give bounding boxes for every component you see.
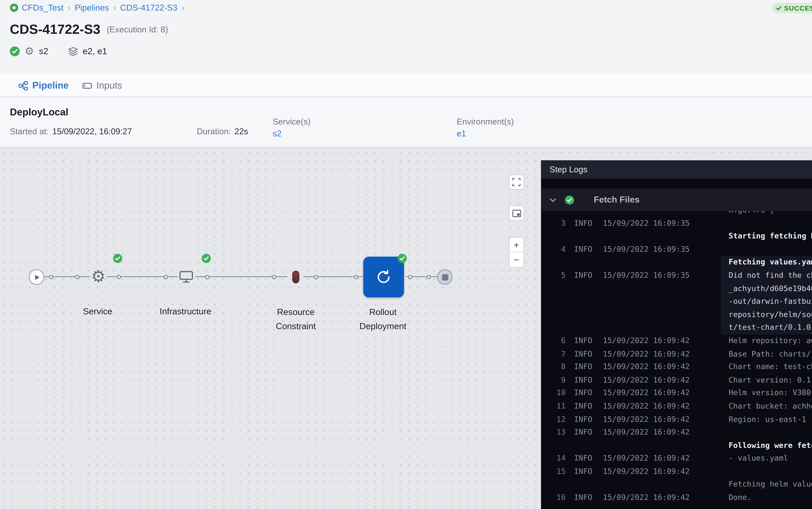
start-node[interactable] — [29, 269, 44, 285]
log-line[interactable]: 7INFO15/09/2022 16:09:42Base Path: chart… — [541, 348, 812, 361]
end-node[interactable] — [437, 269, 452, 285]
log-message: t/test-chart/0.1.0 — [729, 321, 811, 335]
log-line[interactable]: -out/darwin-fastbuild/bin/260-delegate/e… — [541, 296, 812, 308]
log-section-header[interactable]: Fetch Files 9s — [541, 189, 812, 211]
log-lvl: INFO — [574, 452, 603, 465]
log-line[interactable]: _achyuth/d605e19b46448ceaacb01fb4c19633a… — [541, 282, 812, 295]
log-lvl — [574, 296, 603, 308]
log-ln: 10 — [547, 387, 566, 400]
log-line[interactable]: 6INFO15/09/2022 16:09:42Helm repository:… — [541, 335, 812, 348]
log-ln — [547, 230, 566, 243]
log-line[interactable]: 10INFO15/09/2022 16:09:42Helm version: V… — [541, 387, 812, 400]
log-body: m.go:476 ]3INFO15/09/2022 16:09:35Starti… — [541, 211, 812, 509]
environments-icon — [68, 46, 78, 57]
log-message: Base Path: charts/ — [729, 348, 811, 361]
log-lvl: INFO — [574, 466, 603, 478]
connector-dot — [408, 275, 412, 279]
log-ln — [547, 282, 566, 295]
log-ts: 15/09/2022 16:09:42 — [603, 426, 690, 439]
environment-link[interactable]: e1 — [457, 129, 466, 139]
execution-page: CFDs_Test › Pipelines › CDS-41722-S3 › S… — [0, 0, 812, 509]
log-line[interactable]: t/test-chart/0.1.0 — [541, 321, 812, 335]
log-message: -out/darwin-fastbuild/bin/260-delegate/e… — [729, 296, 812, 308]
pipeline-success-icon — [10, 46, 20, 57]
log-ln: 5 — [547, 269, 566, 282]
breadcrumb-separator: › — [67, 3, 71, 13]
tab-pipeline-label: Pipeline — [32, 80, 69, 91]
rollout-icon — [375, 269, 392, 285]
service-link[interactable]: s2 — [273, 129, 282, 139]
breadcrumb-pipelines[interactable]: Pipelines — [75, 3, 109, 13]
log-lvl — [574, 211, 603, 217]
log-line[interactable]: 16INFO15/09/2022 16:09:42Done. — [541, 491, 812, 504]
log-ts — [603, 282, 690, 295]
log-message: Done. — [729, 491, 751, 504]
log-line[interactable]: 13INFO15/09/2022 16:09:42 — [541, 426, 812, 439]
status-badge: SUCCESS — [772, 3, 812, 13]
log-line[interactable]: Starting fetching Helm values — [541, 230, 812, 243]
log-ts — [603, 211, 690, 217]
log-ts: 15/09/2022 16:09:42 — [603, 400, 690, 413]
execution-id: (Execution Id: 8) — [107, 25, 168, 34]
log-line[interactable]: 12INFO15/09/2022 16:09:42Region: us-east… — [541, 413, 812, 426]
zoom-out-button[interactable]: − — [510, 252, 524, 267]
chevron-down-icon[interactable] — [549, 197, 556, 202]
tab-pipeline[interactable]: Pipeline — [18, 74, 69, 97]
log-line[interactable]: Fetching values.yaml from helm chart rep… — [541, 256, 812, 269]
log-ln: 13 — [547, 426, 566, 439]
log-ln — [547, 321, 566, 335]
breadcrumb-pipeline-name[interactable]: CDS-41722-S3 — [120, 3, 177, 13]
log-message: Following were fetched successfully : — [729, 439, 812, 452]
log-line[interactable]: 15INFO15/09/2022 16:09:42 — [541, 466, 812, 478]
log-ln — [547, 211, 566, 217]
log-line[interactable]: 14INFO15/09/2022 16:09:42- values.yaml — [541, 452, 812, 465]
log-lvl: INFO — [574, 269, 603, 282]
log-message: Starting fetching Helm values — [729, 230, 812, 243]
connector-line — [303, 276, 363, 277]
log-ts — [603, 256, 690, 269]
log-lvl: INFO — [574, 374, 603, 387]
log-ts: 15/09/2022 16:09:42 — [603, 335, 690, 348]
service-node[interactable]: ⚙ — [90, 268, 107, 285]
log-ts — [603, 296, 690, 308]
log-ln: 15 — [547, 466, 566, 478]
log-line[interactable]: 8INFO15/09/2022 16:09:42Chart name: test… — [541, 361, 812, 374]
log-line[interactable]: m.go:476 ] — [541, 211, 812, 217]
log-line[interactable]: Following were fetched successfully : — [541, 439, 812, 452]
log-ts: 15/09/2022 16:09:42 — [603, 348, 690, 361]
step-logs-header: Step Logs Console View — [541, 160, 812, 178]
success-check-icon — [776, 5, 782, 11]
infrastructure-node[interactable] — [178, 269, 195, 285]
log-ln: 3 — [547, 217, 566, 230]
log-lvl — [574, 478, 603, 491]
log-section-title: Fetch Files — [594, 195, 640, 205]
tab-inputs[interactable]: Inputs — [82, 74, 122, 97]
log-line[interactable]: 11INFO15/09/2022 16:09:42Chart bucket: a… — [541, 400, 812, 413]
tab-bar: Pipeline Inputs Console View — [0, 74, 812, 97]
log-ts — [603, 478, 690, 491]
log-ln: 9 — [547, 374, 566, 387]
log-ln: 4 — [547, 243, 566, 256]
canvas-minimap-button[interactable] — [509, 205, 524, 221]
step-logs-title: Step Logs — [549, 165, 587, 174]
log-line[interactable]: 3INFO15/09/2022 16:09:35 — [541, 217, 812, 230]
log-line[interactable]: 4INFO15/09/2022 16:09:35 — [541, 243, 812, 256]
zoom-in-button[interactable]: + — [510, 238, 524, 252]
log-message: _achyuth/d605e19b46448ceaacb01fb4c19633a… — [729, 282, 812, 295]
rollout-success-icon — [398, 254, 407, 263]
log-line[interactable]: repository/helm/source/93602db7-89f2-317… — [541, 308, 812, 321]
log-message: Fetching values.yaml from helm chart rep… — [729, 256, 812, 269]
log-line[interactable]: 9INFO15/09/2022 16:09:42Chart version: 0… — [541, 374, 812, 387]
started-at-label: Started at: — [10, 127, 49, 137]
breadcrumb-project[interactable]: CFDs_Test — [22, 3, 64, 13]
duration-value: 22s — [234, 127, 248, 137]
log-ln: 7 — [547, 348, 566, 361]
resource-constraint-node[interactable] — [292, 271, 299, 283]
connector-dot — [272, 275, 276, 279]
canvas-fullscreen-button[interactable] — [509, 174, 524, 190]
log-line[interactable]: Fetching helm values completed successfu… — [541, 478, 812, 491]
connector-dot — [354, 275, 359, 279]
log-line[interactable]: 5INFO15/09/2022 16:09:35Did not find the… — [541, 269, 812, 282]
service-success-icon — [113, 254, 122, 263]
log-ts — [603, 308, 690, 321]
